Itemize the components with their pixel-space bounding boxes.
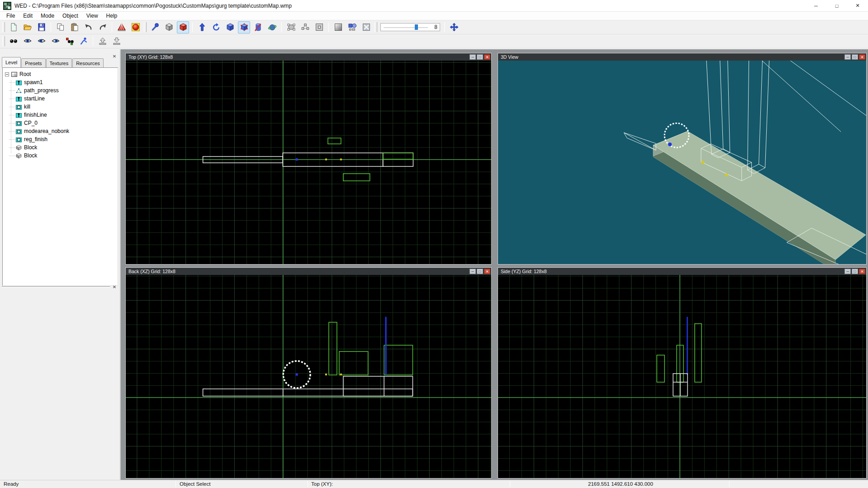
build-level-button[interactable] xyxy=(115,21,128,33)
menu-mode[interactable]: Mode xyxy=(37,12,58,20)
viewport-maximize-icon[interactable]: □ xyxy=(852,54,858,60)
tree-item-finishline[interactable]: finishLine xyxy=(3,111,118,119)
eye-marker-button[interactable] xyxy=(63,35,76,47)
zoom-slider-thumb[interactable] xyxy=(415,24,418,30)
close-button[interactable]: ✕ xyxy=(847,0,868,12)
tree-item-startline[interactable]: startLine xyxy=(3,95,118,103)
menu-object[interactable]: Object xyxy=(58,12,82,20)
viewport-maximize-icon[interactable]: □ xyxy=(852,269,858,274)
sphere-edit-button[interactable] xyxy=(266,21,278,33)
delete-button[interactable] xyxy=(360,21,372,33)
tree-item-root[interactable]: Root xyxy=(3,70,118,78)
tree-item-kill[interactable]: kill xyxy=(3,103,118,111)
side-yz-canvas[interactable] xyxy=(498,275,866,478)
viewport-title: 3D View xyxy=(501,54,844,60)
red-cube-icon xyxy=(179,23,188,32)
run-level-button[interactable] xyxy=(129,21,142,33)
rotate-tool-button[interactable] xyxy=(210,21,222,33)
tree-item-label: kill xyxy=(24,104,30,110)
viewport-minimize-icon[interactable]: ─ xyxy=(844,54,851,60)
primitives-icon xyxy=(348,23,357,32)
viewport-titlebar[interactable]: Back (XZ) Grid: 128x8 ─ □ ✕ xyxy=(126,268,491,275)
viewport-3d: 3D View ─ □ ✕ xyxy=(498,53,867,265)
redo-button[interactable] xyxy=(96,21,109,33)
select-mode-button-active[interactable] xyxy=(177,21,189,33)
viewport-minimize-icon[interactable]: ─ xyxy=(470,54,476,60)
group-button[interactable] xyxy=(285,21,297,33)
view-3d-canvas[interactable] xyxy=(498,61,866,264)
viewport-minimize-icon[interactable]: ─ xyxy=(470,269,476,274)
tree-item-spawn1[interactable]: spawn1 xyxy=(3,78,118,86)
eye-view-2-button[interactable] xyxy=(35,35,47,47)
save-button[interactable] xyxy=(35,21,47,33)
snap-button[interactable] xyxy=(313,21,325,33)
menu-help[interactable]: Help xyxy=(102,12,122,20)
viewport-maximize-icon[interactable]: □ xyxy=(477,54,483,60)
tab-resources[interactable]: Resources xyxy=(72,58,104,67)
viewport-close-icon[interactable]: ✕ xyxy=(484,269,490,274)
panel-close-icon[interactable]: ✕ xyxy=(111,284,118,290)
tab-level[interactable]: Level xyxy=(2,57,21,67)
tree-item-block-2[interactable]: Block xyxy=(3,152,118,160)
open-file-button[interactable] xyxy=(21,21,33,33)
viewport-close-icon[interactable]: ✕ xyxy=(484,54,490,60)
object-mode-button[interactable] xyxy=(163,21,175,33)
vertex-group-button[interactable] xyxy=(299,21,311,33)
pan-view-button[interactable] xyxy=(448,21,460,33)
select-tool-button[interactable] xyxy=(149,21,161,33)
top-xy-canvas[interactable] xyxy=(126,61,491,264)
svg-text:W: W xyxy=(6,5,9,8)
tab-presets[interactable]: Presets xyxy=(21,58,45,67)
eye-view-1-button[interactable] xyxy=(21,35,33,47)
new-file-button[interactable] xyxy=(7,21,19,33)
tree-item-reg-finish[interactable]: reg_finish xyxy=(3,135,118,143)
undo-button[interactable] xyxy=(82,21,95,33)
tree-item-label: Root xyxy=(19,71,31,77)
menu-view[interactable]: View xyxy=(82,12,102,20)
vertex-cube-icon xyxy=(240,23,249,32)
panel-splitter[interactable] xyxy=(2,286,110,288)
tree-item-label: path_progress xyxy=(24,87,59,94)
eye-view-3-button[interactable] xyxy=(49,35,62,47)
menu-file[interactable]: File xyxy=(2,12,19,20)
tree-item-path-progress[interactable]: path_progress xyxy=(3,86,118,95)
texture-button[interactable] xyxy=(332,21,344,33)
menu-edit[interactable]: Edit xyxy=(19,12,37,20)
tree-item-block-1[interactable]: Block xyxy=(3,143,118,152)
toolbar-grip[interactable] xyxy=(144,22,147,32)
viewport-maximize-icon[interactable]: □ xyxy=(477,269,483,274)
viewport-titlebar[interactable]: 3D View ─ □ ✕ xyxy=(498,53,866,61)
zoom-slider[interactable]: 8 xyxy=(380,23,440,31)
move-tool-button[interactable] xyxy=(196,21,208,33)
scope-down-button[interactable] xyxy=(110,35,123,47)
back-xz-canvas[interactable] xyxy=(126,275,491,478)
zoom-slider-track[interactable] xyxy=(384,27,428,28)
eyes-button[interactable] xyxy=(7,35,19,47)
toolbar-grip[interactable] xyxy=(2,36,5,46)
tray-arrow-up-icon xyxy=(98,37,107,46)
app-logo-icon: W xyxy=(3,2,11,10)
minimize-button[interactable]: ─ xyxy=(806,0,826,12)
edge-edit-button[interactable] xyxy=(252,21,264,33)
collapse-icon[interactable] xyxy=(5,72,9,76)
toolbar-grip[interactable] xyxy=(375,22,377,32)
scale-tool-button[interactable] xyxy=(224,21,236,33)
toolbar-grip[interactable] xyxy=(2,22,5,32)
figure-button[interactable] xyxy=(77,35,90,47)
tab-textures[interactable]: Textures xyxy=(46,58,72,67)
viewport-minimize-icon[interactable]: ─ xyxy=(844,269,851,274)
maximize-button[interactable]: □ xyxy=(826,0,847,12)
toolbar-separator xyxy=(281,22,282,32)
copy-button[interactable] xyxy=(54,21,66,33)
viewport-close-icon[interactable]: ✕ xyxy=(859,269,865,274)
tree-item-modearea-nobonk[interactable]: modearea_nobonk xyxy=(3,127,118,135)
viewport-titlebar[interactable]: Top (XY) Grid: 128x8 ─ □ ✕ xyxy=(126,53,491,61)
tree-item-cp0[interactable]: CP_0 xyxy=(3,119,118,127)
viewport-titlebar[interactable]: Side (YZ) Grid: 128x8 ─ □ ✕ xyxy=(498,268,866,275)
paste-button[interactable] xyxy=(68,21,81,33)
panel-close-icon[interactable]: ✕ xyxy=(111,53,118,59)
vertex-edit-button-active[interactable] xyxy=(238,21,250,33)
scope-up-button[interactable] xyxy=(96,35,109,47)
viewport-close-icon[interactable]: ✕ xyxy=(859,54,865,60)
primitives-button[interactable] xyxy=(346,21,358,33)
